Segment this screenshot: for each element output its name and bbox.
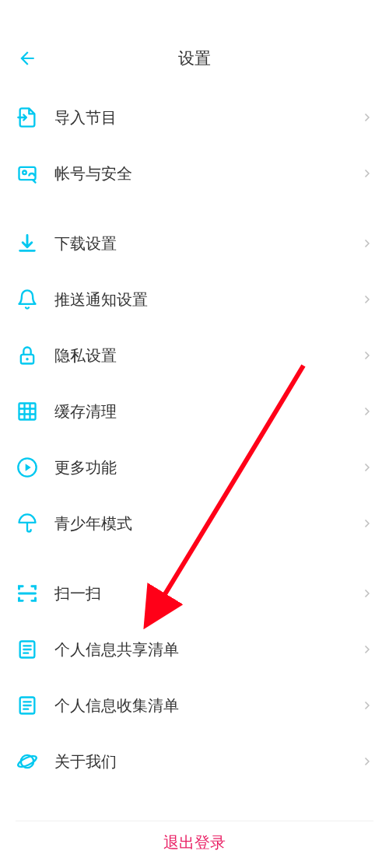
settings-item-label: 个人信息收集清单 bbox=[54, 695, 361, 716]
settings-item-import[interactable]: 导入节目 bbox=[0, 89, 389, 145]
settings-item-label: 下载设置 bbox=[54, 233, 361, 254]
settings-item-collect-info[interactable]: 个人信息收集清单 bbox=[0, 677, 389, 733]
nav-bar: 设置 bbox=[0, 39, 389, 78]
settings-item-label: 导入节目 bbox=[54, 107, 361, 128]
chevron-right-icon bbox=[361, 587, 373, 600]
chevron-right-icon bbox=[361, 461, 373, 474]
page-title: 设置 bbox=[178, 47, 211, 69]
chevron-right-icon bbox=[361, 699, 373, 712]
settings-item-more[interactable]: 更多功能 bbox=[0, 439, 389, 495]
doc-icon bbox=[16, 694, 39, 717]
play-icon bbox=[16, 456, 39, 479]
chevron-right-icon bbox=[361, 405, 373, 418]
settings-item-label: 隐私设置 bbox=[54, 345, 361, 366]
settings-item-label: 青少年模式 bbox=[54, 513, 361, 534]
settings-item-label: 个人信息共享清单 bbox=[54, 639, 361, 660]
lock-icon bbox=[16, 344, 39, 367]
settings-item-label: 推送通知设置 bbox=[54, 289, 361, 310]
umbrella-icon bbox=[16, 512, 39, 535]
settings-item-label: 扫一扫 bbox=[54, 583, 361, 604]
group-separator bbox=[0, 551, 389, 565]
logout-button[interactable]: 退出登录 bbox=[16, 821, 373, 864]
grid-icon bbox=[16, 400, 39, 423]
chevron-right-icon bbox=[361, 167, 373, 180]
import-icon bbox=[16, 106, 39, 129]
chevron-right-icon bbox=[361, 517, 373, 530]
account-icon bbox=[16, 162, 39, 185]
settings-item-scan[interactable]: 扫一扫 bbox=[0, 565, 389, 621]
settings-item-account[interactable]: 帐号与安全 bbox=[0, 145, 389, 201]
settings-item-about[interactable]: 关于我们 bbox=[0, 733, 389, 789]
chevron-right-icon bbox=[361, 293, 373, 306]
bell-icon bbox=[16, 288, 39, 311]
group-separator bbox=[0, 201, 389, 215]
chevron-right-icon bbox=[361, 237, 373, 250]
chevron-right-icon bbox=[361, 349, 373, 362]
settings-item-label: 缓存清理 bbox=[54, 401, 361, 422]
settings-list: 导入节目帐号与安全下载设置推送通知设置隐私设置缓存清理更多功能青少年模式扫一扫个… bbox=[0, 78, 389, 789]
settings-item-cache[interactable]: 缓存清理 bbox=[0, 383, 389, 439]
chevron-right-icon bbox=[361, 755, 373, 768]
settings-item-teen[interactable]: 青少年模式 bbox=[0, 495, 389, 551]
status-bar bbox=[0, 0, 389, 39]
settings-item-label: 更多功能 bbox=[54, 457, 361, 478]
back-button[interactable] bbox=[16, 47, 39, 70]
scan-icon bbox=[16, 582, 39, 605]
doc-icon bbox=[16, 638, 39, 661]
planet-icon bbox=[16, 750, 39, 773]
settings-item-label: 帐号与安全 bbox=[54, 163, 361, 184]
settings-item-share-info[interactable]: 个人信息共享清单 bbox=[0, 621, 389, 677]
settings-item-push[interactable]: 推送通知设置 bbox=[0, 271, 389, 327]
download-icon bbox=[16, 232, 39, 255]
settings-item-label: 关于我们 bbox=[54, 751, 361, 772]
settings-item-privacy[interactable]: 隐私设置 bbox=[0, 327, 389, 383]
settings-item-download[interactable]: 下载设置 bbox=[0, 215, 389, 271]
logout-section: 退出登录 bbox=[0, 821, 389, 864]
back-arrow-icon bbox=[17, 48, 37, 68]
chevron-right-icon bbox=[361, 643, 373, 656]
chevron-right-icon bbox=[361, 111, 373, 124]
